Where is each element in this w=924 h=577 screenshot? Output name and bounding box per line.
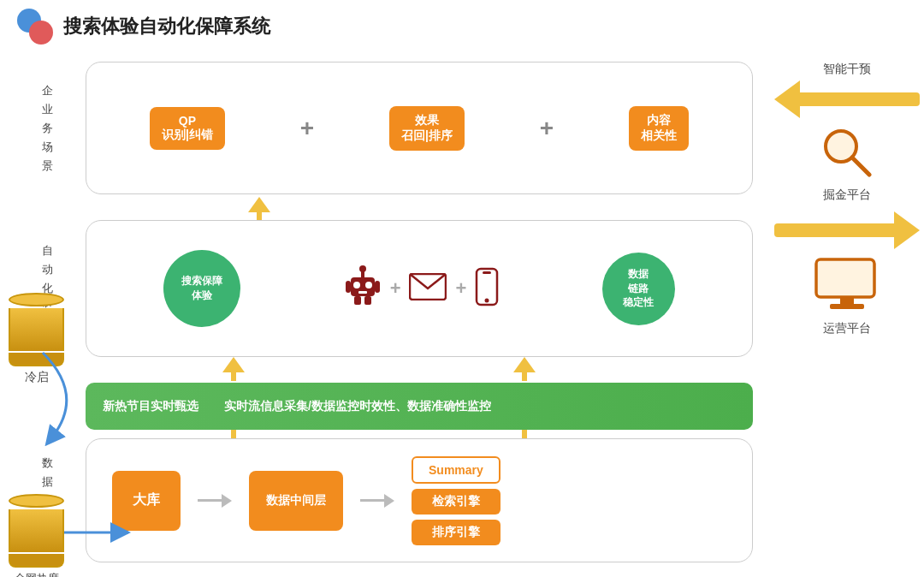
top-panel: 企 业 务 场 景 QP 识别|纠错 + 效果 召回|排序 + 内容 相关性	[86, 62, 753, 194]
main-content: 企 业 务 场 景 QP 识别|纠错 + 效果 召回|排序 + 内容 相关性	[0, 53, 924, 575]
logo-icon	[17, 9, 53, 45]
arrow-right-2	[360, 494, 394, 508]
svg-rect-3	[358, 291, 367, 294]
bot-panel: 数 据 全 链 路 大库 数据中间层 Summary	[86, 438, 753, 562]
top-panel-content: QP 识别|纠错 + 效果 召回|排序 + 内容 相关性	[86, 62, 752, 193]
svg-rect-9	[364, 296, 371, 305]
arrow-mid-banner-left	[222, 357, 245, 381]
top-panel-label: 企 业 务 场 景	[42, 80, 53, 175]
banner-text-right: 实时流信息采集/数据监控时效性、数据准确性监控	[224, 399, 491, 414]
svg-rect-19	[830, 304, 864, 309]
robot-icon	[344, 265, 382, 312]
top-panel-label-text: 企	[42, 80, 53, 99]
plus-sign-1: +	[300, 115, 314, 142]
green-banner: 新热节目实时甄选 实时流信息采集/数据监控时效性、数据准确性监控	[86, 383, 753, 430]
hot-section: 全网热度	[9, 494, 64, 577]
arrow-from-mid	[774, 211, 920, 249]
email-icon	[409, 273, 447, 304]
plus-sign-3: +	[390, 277, 401, 300]
data-middle-box: 数据中间层	[249, 471, 343, 531]
hot-arrow-svg	[64, 520, 141, 545]
summary-group: Summary 检索引擎 排序引擎	[412, 456, 500, 545]
zhijian-label: 智能干预	[823, 62, 871, 77]
monitor-icon-container	[813, 256, 881, 318]
svg-rect-17	[816, 259, 874, 297]
svg-point-5	[359, 265, 366, 272]
svg-rect-18	[840, 297, 854, 304]
svg-line-16	[852, 158, 869, 175]
logo-circle-red	[29, 21, 53, 45]
phone-icon	[475, 267, 499, 310]
svg-point-1	[353, 282, 360, 288]
mid-panel-content: 搜索保障 体验	[86, 221, 752, 356]
monitor-icon	[813, 256, 881, 314]
arrow-right-1	[198, 494, 232, 508]
svg-point-2	[365, 282, 372, 288]
plus-sign-2: +	[540, 115, 554, 142]
hot-db	[9, 494, 64, 568]
mid-panel: 自 动 化 监 控 搜索保障 体验	[86, 220, 753, 357]
bot-panel-content: 大库 数据中间层 Summary 检索引擎 排序引擎	[86, 439, 752, 562]
hot-label: 全网热度	[9, 571, 64, 577]
content-box: 内容 相关性	[629, 106, 689, 151]
device-group: + +	[344, 265, 500, 312]
rank-engine-box: 排序引擎	[412, 520, 500, 545]
svg-rect-7	[375, 281, 380, 293]
header: 搜索体验自动化保障系统	[0, 0, 924, 53]
arrow-up-1	[248, 197, 270, 212]
juejin-label: 掘金平台	[823, 187, 871, 203]
svg-rect-6	[346, 281, 351, 293]
yunying-label: 运营平台	[823, 321, 871, 336]
right-section: 智能干预 掘金平台 运营平台	[774, 62, 920, 336]
svg-rect-8	[354, 296, 361, 305]
blue-arrow-svg	[34, 344, 128, 447]
plus-sign-4: +	[455, 277, 466, 300]
cold-start-section: 冷启	[9, 293, 64, 385]
arrow-mid-banner-right	[513, 357, 536, 381]
search-circle: 搜索保障 体验	[163, 250, 240, 327]
effect-box: 效果 召回|排序	[389, 106, 465, 151]
search-icon-container	[820, 125, 875, 184]
page-title: 搜索体验自动化保障系统	[63, 14, 270, 39]
arrow-to-top	[774, 80, 920, 118]
search-engine-box: 检索引擎	[412, 489, 500, 515]
svg-point-13	[485, 299, 489, 303]
svg-rect-12	[483, 271, 491, 274]
magnifier-icon	[820, 125, 875, 181]
summary-box: Summary	[412, 456, 500, 484]
qp-box: QP 识别|纠错	[150, 107, 225, 150]
data-chain-circle: 数据 链路 稳定性	[602, 253, 675, 325]
